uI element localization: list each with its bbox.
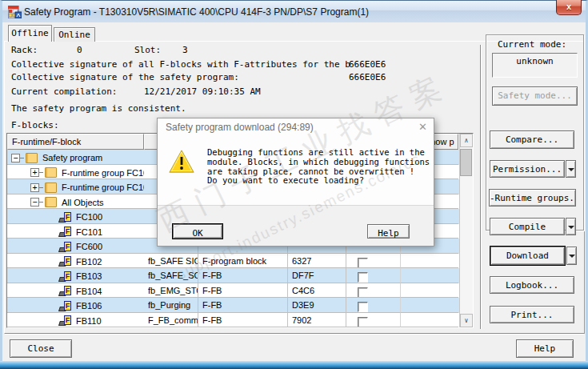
dialog-close-icon[interactable]: ✕ <box>418 121 427 133</box>
function-in-safety-program: F-FB <box>198 268 288 283</box>
tab-online[interactable]: Online <box>54 27 95 42</box>
f-block-icon: F <box>59 256 71 267</box>
dialog-title: Safety program download (294:89) <box>166 122 314 133</box>
compile-button[interactable]: Compile <box>490 218 565 235</box>
block-name: FB104 <box>76 287 102 296</box>
tree-connector <box>39 187 43 188</box>
current-mode-label: Current mode: <box>498 39 566 50</box>
folder-icon <box>45 167 57 178</box>
block-name: FB106 <box>76 301 102 311</box>
scroll-down-button[interactable]: ∨ <box>460 314 473 327</box>
compare-button[interactable]: Compare... <box>490 130 574 149</box>
dialog-help-button[interactable]: Help <box>367 224 410 239</box>
symbolic-name: fb_SAFE_SC <box>144 268 198 283</box>
footer-separator <box>5 333 584 335</box>
collapse-icon[interactable]: − <box>30 198 39 207</box>
know-how-protection-cell <box>346 283 401 299</box>
print-button[interactable]: Print... <box>490 306 574 323</box>
signature-all-label: Collective signature of all F-blocks wit… <box>11 59 350 70</box>
collapse-icon[interactable]: − <box>11 154 20 162</box>
compilation-label: Current compilation: <box>11 86 117 97</box>
logbook-button[interactable]: Logbook... <box>490 276 574 294</box>
safety-mode-button[interactable]: Safety mode... <box>492 86 578 106</box>
f-block-icon: F <box>59 315 71 326</box>
block-name: FB103 <box>76 271 102 281</box>
expand-icon[interactable]: + <box>30 168 39 177</box>
know-how-protection-checkbox[interactable] <box>358 287 368 298</box>
f-block-icon: F <box>59 227 71 237</box>
signature-program-value: 666E0E6 <box>349 72 386 82</box>
block-name: Safety program <box>42 153 102 162</box>
folder-icon <box>45 182 57 193</box>
download-warning-dialog: Safety program download (294:89) ✕ Debug… <box>157 118 434 247</box>
scroll-thumb[interactable] <box>460 149 472 176</box>
table-row[interactable]: FFB110F_FB_commonF-FB7902 <box>7 313 459 328</box>
panel-separator <box>480 45 482 329</box>
expand-icon[interactable]: + <box>30 183 39 192</box>
tab-offline[interactable]: Offline <box>8 25 52 42</box>
tree-connector <box>20 158 24 158</box>
help-button[interactable]: Help <box>516 339 574 358</box>
signature: 6327 <box>288 254 346 269</box>
table-row[interactable]: FFB104fb_EMG_STOPF-FBC4C6 <box>7 283 459 299</box>
compile-dropdown-icon[interactable] <box>566 218 576 235</box>
extra-cell <box>401 283 458 299</box>
signature: 7902 <box>288 313 346 328</box>
symbolic-name: F_FB_common <box>144 313 198 328</box>
block-name: FB110 <box>76 316 102 326</box>
slot-value: 3 <box>182 45 188 55</box>
extra-cell <box>401 313 458 328</box>
f-blocks-label: F-blocks: <box>11 120 59 130</box>
window-title: Safety Program - T130310V5R\SIMATIC 400\… <box>24 6 369 18</box>
current-mode-value: unknown <box>492 53 578 78</box>
compilation-value: 12/21/2017 09:10:35 AM <box>144 86 261 97</box>
folder-icon <box>26 153 38 163</box>
permission-dropdown-icon[interactable] <box>566 160 576 178</box>
signature-program-label: Collective signature of the safety progr… <box>11 72 239 82</box>
know-how-protection-checkbox[interactable] <box>358 258 368 268</box>
window-close-button[interactable]: x <box>556 0 582 15</box>
table-row[interactable]: FFB102fb_SAFE SIG...F-program block6327 <box>7 254 459 269</box>
scroll-track[interactable] <box>460 147 473 314</box>
f-block-icon: F <box>59 286 71 296</box>
dialog-ok-button[interactable]: OK <box>173 224 222 239</box>
folder-icon <box>45 197 57 207</box>
symbolic-name: fb_SAFE SIG... <box>144 254 198 269</box>
permission-button[interactable]: Permission... <box>490 160 565 178</box>
download-button[interactable]: Download <box>490 247 565 265</box>
extra-cell <box>401 268 458 283</box>
function-in-safety-program: F-FB <box>198 313 288 328</box>
table-row[interactable]: FFB103fb_SAFE_SCF-FBDF7F <box>7 268 459 283</box>
dialog-message: Debugging functions are still active in … <box>207 148 430 186</box>
tree-connector <box>39 172 43 173</box>
block-name: FC600 <box>76 242 102 251</box>
extra-cell <box>401 298 458 313</box>
vertical-scrollbar[interactable]: ∧ ∨ <box>459 134 473 327</box>
column-header-1[interactable]: F-runtime/F-block <box>7 134 144 150</box>
function-in-safety-program: F-FB <box>198 298 288 313</box>
block-name: FB102 <box>76 257 102 267</box>
app-icon <box>8 6 22 18</box>
know-how-protection-checkbox[interactable] <box>358 317 368 327</box>
signature: DF7F <box>288 268 346 283</box>
scroll-up-button[interactable]: ∧ <box>460 134 473 147</box>
know-how-protection-checkbox[interactable] <box>358 302 368 312</box>
download-dropdown-icon[interactable] <box>566 247 577 265</box>
function-in-safety-program: F-program block <box>198 254 288 269</box>
block-name: F-runtime group FC100 <box>62 168 144 178</box>
close-button[interactable]: Close <box>10 339 72 358</box>
safety-program-window: Safety Program - T130310V5R\SIMATIC 400\… <box>0 0 588 369</box>
know-how-protection-cell <box>346 298 401 313</box>
symbolic-name: fb_EMG_STOP <box>144 283 198 299</box>
runtime-groups-button[interactable]: -Runtime groups.. <box>489 189 576 207</box>
tree-connector <box>39 202 43 203</box>
extra-cell <box>401 254 458 269</box>
know-how-protection-checkbox[interactable] <box>358 272 368 283</box>
f-block-icon: F <box>59 271 71 282</box>
rack-value: 0 <box>77 45 82 55</box>
block-name: All Objects <box>62 198 104 207</box>
title-bar: Safety Program - T130310V5R\SIMATIC 400\… <box>0 0 588 22</box>
table-row[interactable]: FFB106fb_PurgingF-FBD3E9 <box>7 298 459 313</box>
block-name: F-runtime group FC101 <box>62 182 144 192</box>
block-name: FC100 <box>76 212 102 222</box>
